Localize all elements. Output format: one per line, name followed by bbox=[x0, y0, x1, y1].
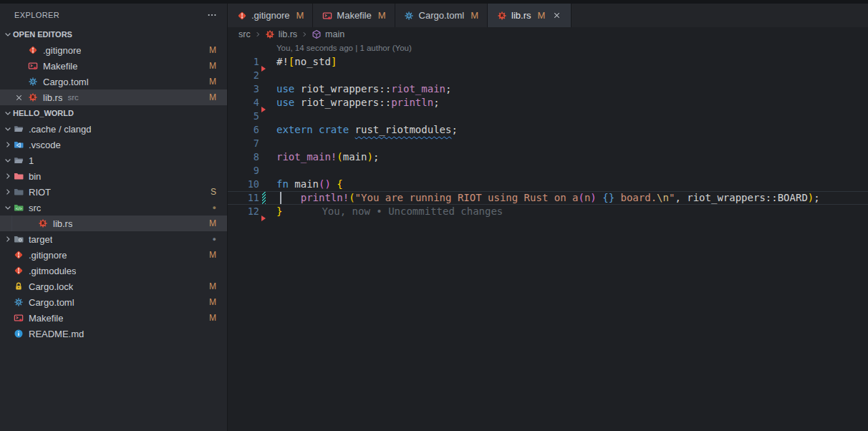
close-icon[interactable] bbox=[552, 11, 562, 21]
code-token: ) bbox=[808, 192, 814, 203]
tree-item-Makefile[interactable]: MakefileM bbox=[0, 310, 227, 326]
git-icon bbox=[13, 265, 24, 276]
breadcrumb-label: lib.rs bbox=[279, 29, 297, 39]
code-token: riot_wrappers:: bbox=[301, 83, 391, 95]
explorer-sidebar: EXPLORER OPEN EDITORS .gitignoreMMakefil… bbox=[0, 4, 228, 431]
tree-item-label: src bbox=[29, 203, 41, 213]
code-line-9[interactable]: 9 bbox=[228, 164, 868, 178]
tree-item-RIOT[interactable]: RIOTS bbox=[0, 184, 227, 200]
breadcrumb-item-lib.rs[interactable]: Rlib.rs bbox=[265, 29, 297, 40]
tab-bar: .gitignoreMMakefileM Cargo.tomlM Rlib.rs… bbox=[228, 4, 868, 27]
open-editors-section-header[interactable]: OPEN EDITORS bbox=[0, 26, 227, 42]
svg-text:R: R bbox=[268, 32, 271, 37]
git-status-badge: S bbox=[211, 187, 216, 197]
gutter-decoration bbox=[259, 205, 276, 218]
code-token: \n bbox=[657, 192, 669, 203]
close-icon[interactable] bbox=[14, 92, 24, 102]
rust-icon: R bbox=[496, 10, 507, 21]
tree-item-label: .gitignore bbox=[29, 250, 67, 261]
tree-item-.gitmodules[interactable]: .gitmodules bbox=[0, 263, 227, 279]
tree-item-README.md[interactable]: README.md bbox=[0, 326, 227, 342]
svg-text:R: R bbox=[31, 95, 34, 100]
deleted-lines-marker bbox=[261, 216, 266, 221]
code-line-12[interactable]: 12}You, now • Uncommitted changes bbox=[228, 205, 868, 218]
tree-item-label: README.md bbox=[29, 329, 84, 339]
code-token: main bbox=[343, 151, 367, 163]
ellipsis-icon[interactable] bbox=[207, 10, 217, 20]
code-token: println bbox=[391, 97, 433, 108]
tree-item-bin[interactable]: bin bbox=[0, 168, 227, 184]
code-token: ; bbox=[451, 124, 457, 135]
git-status-badge: M bbox=[209, 77, 216, 87]
line-number: 4 bbox=[228, 96, 259, 110]
tab-Makefile[interactable]: MakefileM bbox=[313, 4, 395, 27]
code-line-7[interactable]: 7 bbox=[228, 137, 868, 150]
tree-item-1[interactable]: 1 bbox=[0, 152, 227, 168]
code-line-6[interactable]: 6extern crate rust_riotmodules; bbox=[228, 123, 868, 137]
tab-label: Makefile bbox=[337, 10, 371, 21]
gutter-decoration bbox=[259, 164, 276, 178]
open-editor-label: lib.rs bbox=[43, 92, 62, 103]
tree-item-lib.rs[interactable]: Rlib.rsM bbox=[0, 216, 227, 231]
svg-text:</>: </> bbox=[16, 207, 22, 210]
code-line-11[interactable]: 11 println!("You are running RIOT using … bbox=[228, 191, 868, 205]
gutter-decoration bbox=[259, 123, 276, 137]
breadcrumb-item-main[interactable]: main bbox=[312, 29, 344, 40]
makefile-icon bbox=[13, 312, 24, 324]
code-line-10[interactable]: 10fn main() { bbox=[228, 178, 868, 191]
code-token: riot_wrappers:: bbox=[301, 97, 391, 108]
tree-item-src[interactable]: </>src● bbox=[0, 200, 227, 216]
tab-.gitignore[interactable]: .gitignoreM bbox=[228, 4, 313, 27]
code-editor[interactable]: You, 14 seconds ago | 1 author (You) 1#!… bbox=[228, 42, 868, 431]
open-editor-item-lib.rs[interactable]: Rlib.rssrcM bbox=[0, 89, 227, 105]
open-editor-item-.gitignore[interactable]: .gitignoreM bbox=[0, 42, 227, 58]
tree-item-Cargo.lock[interactable]: Cargo.lockM bbox=[0, 279, 227, 294]
tree-item-label: .vscode bbox=[29, 140, 61, 150]
breadcrumb-label: src bbox=[238, 29, 251, 39]
tree-item-.cache-clangd[interactable]: .cache / clangd bbox=[0, 121, 227, 137]
tab-lib.rs[interactable]: Rlib.rsM bbox=[488, 4, 572, 27]
folder-riot-icon bbox=[13, 186, 24, 198]
code-token bbox=[597, 192, 602, 203]
code-line-1[interactable]: 1#![no_std] bbox=[228, 55, 868, 69]
code-line-3[interactable]: 3use riot_wrappers::riot_main; bbox=[228, 82, 868, 96]
tree-item-target[interactable]: target● bbox=[0, 231, 227, 247]
open-editor-label: .gitignore bbox=[43, 45, 81, 56]
tree-item-label: RIOT bbox=[29, 187, 51, 198]
deleted-lines-marker bbox=[261, 107, 266, 112]
file-tree: .cache / clangd.vscode1binRIOTS</>src● R… bbox=[0, 121, 227, 342]
git-status-badge: M bbox=[209, 218, 216, 228]
line-number: 11 bbox=[228, 191, 259, 205]
open-editors-section: OPEN EDITORS .gitignoreMMakefileM Cargo.… bbox=[0, 26, 227, 105]
tab-modified-badge: M bbox=[537, 10, 545, 21]
breadcrumb-item-src[interactable]: src bbox=[238, 29, 251, 39]
code-line-5[interactable]: 5 bbox=[228, 110, 868, 123]
line-number: 7 bbox=[228, 137, 259, 150]
open-editor-item-Cargo.toml[interactable]: Cargo.tomlM bbox=[0, 74, 227, 89]
code-line-4[interactable]: 4use riot_wrappers::println; bbox=[228, 96, 868, 110]
code-line-8[interactable]: 8riot_main!(main); bbox=[228, 150, 868, 164]
code-text: fn main() { bbox=[276, 178, 343, 191]
line-number: 3 bbox=[228, 82, 259, 96]
workspace-section-header[interactable]: HELLO_WORLD bbox=[0, 105, 227, 121]
tree-item-.gitignore[interactable]: .gitignoreM bbox=[0, 247, 227, 263]
open-editor-item-Makefile[interactable]: MakefileM bbox=[0, 58, 227, 74]
text-cursor bbox=[280, 192, 281, 204]
tree-item-Cargo.toml[interactable]: Cargo.tomlM bbox=[0, 294, 227, 310]
code-token: { bbox=[337, 178, 342, 190]
git-status-badge: M bbox=[209, 61, 216, 71]
code-token: riot_main bbox=[391, 83, 445, 95]
git-status-badge: ● bbox=[213, 236, 216, 243]
tab-label: Cargo.toml bbox=[419, 10, 465, 21]
code-line-2[interactable]: 2 bbox=[228, 69, 868, 82]
gutter-decoration bbox=[259, 150, 276, 164]
code-token: ) bbox=[367, 151, 372, 163]
code-token: println! bbox=[301, 192, 349, 203]
explorer-title: EXPLORER bbox=[14, 11, 207, 19]
tree-item-label: Makefile bbox=[29, 313, 63, 324]
rust-icon: R bbox=[27, 92, 39, 103]
code-text: use riot_wrappers::println; bbox=[276, 96, 440, 110]
svg-text:R: R bbox=[500, 13, 503, 19]
tree-item-.vscode[interactable]: .vscode bbox=[0, 137, 227, 152]
tab-Cargo.toml[interactable]: Cargo.tomlM bbox=[395, 4, 488, 27]
